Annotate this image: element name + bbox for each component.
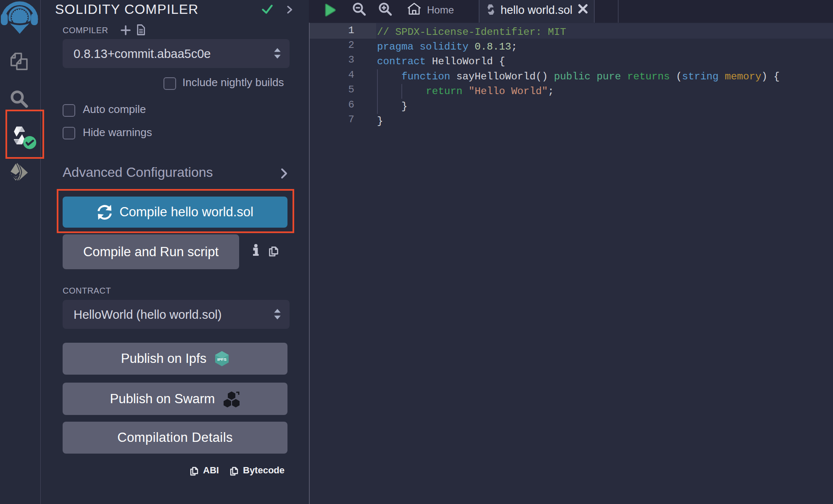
svg-text:IPFS: IPFS (217, 357, 227, 362)
